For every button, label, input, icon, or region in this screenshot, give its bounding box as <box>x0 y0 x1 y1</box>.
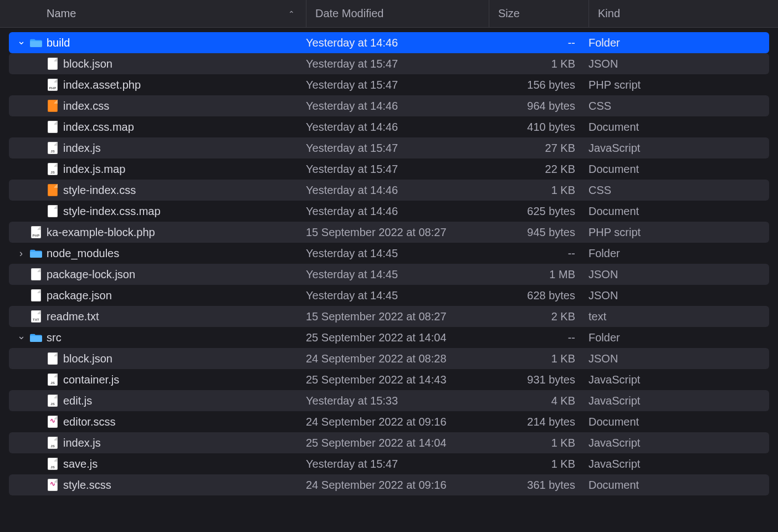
cell-name: index.css.map <box>9 121 306 134</box>
cell-date-modified: Yesterday at 15:47 <box>306 163 489 176</box>
file-icon-wrapper: JS <box>47 163 59 175</box>
cell-date-modified: Yesterday at 14:46 <box>306 37 489 49</box>
cell-name: ∿editor.scss <box>9 416 306 428</box>
folder-row[interactable]: ⌄ src25 September 2022 at 14:04--Folder <box>9 327 769 348</box>
disclosure-placeholder <box>33 207 42 216</box>
cell-kind: text <box>588 310 769 323</box>
cell-date-modified: Yesterday at 14:45 <box>306 289 489 302</box>
file-icon-wrapper <box>47 100 59 112</box>
file-row[interactable]: PHPka-example-block.php15 September 2022… <box>9 222 769 243</box>
cell-date-modified: Yesterday at 14:46 <box>306 100 489 112</box>
cell-kind: Folder <box>588 37 769 49</box>
file-icon: JS <box>48 374 58 386</box>
cell-date-modified: Yesterday at 15:33 <box>306 395 489 407</box>
item-name: edit.js <box>63 395 92 407</box>
chevron-right-icon[interactable]: › <box>17 248 25 259</box>
cell-date-modified: Yesterday at 14:46 <box>306 205 489 218</box>
cell-date-modified: 24 September 2022 at 08:28 <box>306 352 489 365</box>
cell-date-modified: 24 September 2022 at 09:16 <box>306 416 489 428</box>
file-icon-wrapper <box>30 268 42 280</box>
cell-size: 945 bytes <box>489 226 588 239</box>
item-name: index.css.map <box>63 121 134 134</box>
file-row[interactable]: JSindex.jsYesterday at 15:4727 KBJavaScr… <box>9 137 769 158</box>
cell-size: 964 bytes <box>489 100 588 112</box>
file-row[interactable]: block.jsonYesterday at 15:471 KBJSON <box>9 53 769 74</box>
cell-size: 2 KB <box>489 310 588 323</box>
file-row[interactable]: ∿style.scss24 September 2022 at 09:16361… <box>9 474 769 495</box>
file-row[interactable]: PHPindex.asset.phpYesterday at 15:47156 … <box>9 74 769 95</box>
column-header-kind-label: Kind <box>598 7 620 20</box>
file-row[interactable]: JSsave.jsYesterday at 15:471 KBJavaScrip… <box>9 453 769 474</box>
file-icon-wrapper <box>47 58 59 70</box>
folder-icon <box>30 38 42 48</box>
file-icon: JS <box>48 163 58 175</box>
cell-name: index.css <box>9 100 306 112</box>
cell-date-modified: 25 September 2022 at 14:43 <box>306 374 489 386</box>
cell-name: ∿style.scss <box>9 479 306 492</box>
file-icon-wrapper: ∿ <box>47 479 59 491</box>
disclosure-placeholder <box>33 165 42 173</box>
disclosure-placeholder <box>33 460 42 468</box>
css-file-icon <box>48 100 58 112</box>
file-row[interactable]: style-index.css.mapYesterday at 14:46625… <box>9 201 769 222</box>
folder-icon <box>30 331 42 344</box>
cell-kind: JSON <box>588 268 769 281</box>
cell-size: 628 bytes <box>489 289 588 302</box>
item-name: editor.scss <box>63 416 115 428</box>
file-icon <box>48 121 58 133</box>
cell-date-modified: Yesterday at 15:47 <box>306 79 489 91</box>
cell-kind: JSON <box>588 58 769 70</box>
scss-file-icon: ∿ <box>48 479 58 491</box>
file-row[interactable]: ∿editor.scss24 September 2022 at 09:1621… <box>9 411 769 432</box>
cell-date-modified: 15 September 2022 at 08:27 <box>306 226 489 239</box>
folder-icon <box>30 247 42 259</box>
cell-size: -- <box>489 247 588 260</box>
cell-size: 22 KB <box>489 163 588 176</box>
chevron-down-icon[interactable]: ⌄ <box>17 331 25 342</box>
disclosure-placeholder <box>17 313 25 321</box>
cell-size: -- <box>489 37 588 49</box>
file-icon <box>31 268 41 280</box>
chevron-down-icon[interactable]: ⌄ <box>17 37 25 48</box>
cell-date-modified: Yesterday at 15:47 <box>306 142 489 155</box>
file-icon: JS <box>48 437 58 449</box>
item-name: style.scss <box>63 479 111 492</box>
folder-row[interactable]: ⌄ buildYesterday at 14:46--Folder <box>9 32 769 53</box>
item-name: index.js <box>63 142 101 155</box>
file-icon-wrapper <box>47 352 59 365</box>
cell-size: 1 KB <box>489 58 588 70</box>
column-header-name[interactable]: Name ⌃ <box>0 7 306 20</box>
disclosure-placeholder <box>17 270 25 279</box>
file-row[interactable]: JSindex.js25 September 2022 at 14:041 KB… <box>9 432 769 453</box>
item-name: index.js.map <box>63 163 125 176</box>
file-row[interactable]: package.jsonYesterday at 14:45628 bytesJ… <box>9 285 769 306</box>
file-row[interactable]: JScontainer.js25 September 2022 at 14:43… <box>9 369 769 390</box>
file-row[interactable]: JSindex.js.mapYesterday at 15:4722 KBDoc… <box>9 158 769 180</box>
file-icon <box>48 205 58 217</box>
folder-row[interactable]: › node_modulesYesterday at 14:45--Folder <box>9 243 769 264</box>
file-row[interactable]: JSedit.jsYesterday at 15:334 KBJavaScrip… <box>9 390 769 411</box>
file-row[interactable]: package-lock.jsonYesterday at 14:451 MBJ… <box>9 264 769 285</box>
file-row[interactable]: block.json24 September 2022 at 08:281 KB… <box>9 348 769 369</box>
column-header-date[interactable]: Date Modified <box>306 0 489 27</box>
file-icon <box>48 352 58 365</box>
column-header-size[interactable]: Size <box>489 0 588 27</box>
item-name: index.js <box>63 437 101 449</box>
file-list[interactable]: ⌄ buildYesterday at 14:46--Folder block.… <box>0 28 778 532</box>
cell-date-modified: Yesterday at 14:45 <box>306 268 489 281</box>
file-icon-wrapper: ∿ <box>47 416 59 428</box>
css-file-icon <box>48 184 58 196</box>
column-header-kind[interactable]: Kind <box>588 0 778 27</box>
file-row[interactable]: index.cssYesterday at 14:46964 bytesCSS <box>9 95 769 116</box>
disclosure-placeholder <box>33 376 42 384</box>
file-row[interactable]: style-index.cssYesterday at 14:461 KBCSS <box>9 180 769 201</box>
file-row[interactable]: index.css.mapYesterday at 14:46410 bytes… <box>9 116 769 137</box>
file-icon: JS <box>48 395 58 407</box>
file-icon-wrapper <box>47 121 59 133</box>
cell-size: 1 KB <box>489 458 588 470</box>
file-row[interactable]: TXTreadme.txt15 September 2022 at 08:272… <box>9 306 769 327</box>
item-name: node_modules <box>47 247 119 260</box>
cell-size: 1 KB <box>489 184 588 197</box>
file-icon: PHP <box>48 79 58 91</box>
file-icon-wrapper <box>47 184 59 196</box>
